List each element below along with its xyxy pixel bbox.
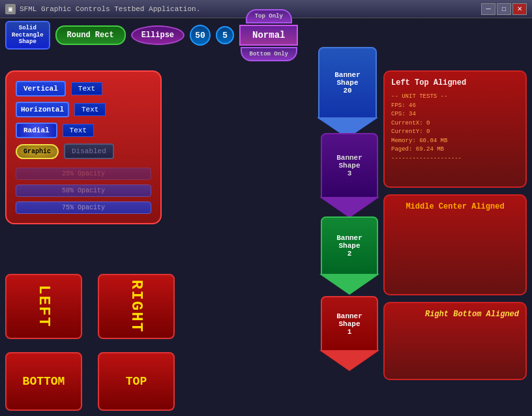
left-label: LEFT bbox=[35, 285, 53, 328]
opacity-25-button[interactable]: 25% Opacity bbox=[16, 168, 151, 180]
ellipse-button[interactable]: Ellipse bbox=[131, 25, 185, 45]
bottom-label: BOTTOM bbox=[23, 375, 65, 388]
title-bar-left: ▣ SFML Graphic Controls Testbed Applicat… bbox=[5, 4, 200, 14]
banner-shape-2: Banner Shape 2 bbox=[321, 216, 378, 295]
console-output: -- UNIT TESTS -- FPS: 46 CPS: 34 Current… bbox=[391, 93, 519, 163]
banner-shape-3-label: Banner Shape 3 bbox=[336, 154, 362, 177]
toolbar: SolidRectangleShape Round Rect Ellipse 5… bbox=[5, 23, 527, 47]
banner-shape-2-label: Banner Shape 2 bbox=[336, 234, 362, 258]
banner-shape-2-arrow bbox=[321, 275, 378, 295]
bottom-button[interactable]: BOTTOM bbox=[5, 352, 82, 411]
graphic-row: Graphic Disabled bbox=[16, 143, 151, 159]
text-label-1: Text bbox=[71, 82, 102, 95]
right-panel-mid-title: Middle Center Aligned bbox=[391, 202, 519, 211]
opacity-section: 25% Opacity 50% Opacity 75% Opacity bbox=[16, 167, 151, 214]
banner-shape-20: Banner Shape 20 bbox=[318, 47, 377, 138]
banner-shape-20-body: Banner Shape 20 bbox=[318, 47, 377, 119]
title-bar-title: SFML Graphic Controls Testbed Applicatio… bbox=[20, 5, 200, 13]
circle-50-button[interactable]: 50 bbox=[190, 25, 211, 46]
bottom-only-button[interactable]: Bottom Only bbox=[241, 47, 297, 61]
minimize-button[interactable]: ─ bbox=[481, 3, 495, 15]
banner-shape-2-body: Banner Shape 2 bbox=[321, 216, 378, 275]
top-only-button[interactable]: Top Only bbox=[246, 9, 292, 23]
opacity-50-button[interactable]: 50% Opacity bbox=[16, 185, 151, 197]
left-panel: Vertical Text Horizontal Text Radial Tex… bbox=[5, 70, 162, 224]
vertical-button[interactable]: Vertical bbox=[16, 81, 66, 97]
left-button[interactable]: LEFT bbox=[5, 274, 82, 339]
right-button[interactable]: RIGHT bbox=[98, 274, 175, 339]
banner-selector: Top Only Normal Bottom Only bbox=[239, 9, 298, 61]
title-bar-controls: ─ □ ✕ bbox=[481, 3, 527, 15]
banner-shape-1-label: Banner Shape 1 bbox=[336, 312, 362, 336]
disabled-button: Disabled bbox=[64, 143, 114, 159]
graphic-button[interactable]: Graphic bbox=[16, 144, 59, 159]
solid-rect-button[interactable]: SolidRectangleShape bbox=[5, 21, 50, 50]
right-label: RIGHT bbox=[128, 280, 145, 333]
horizontal-row: Horizontal Text bbox=[16, 102, 151, 117]
circle-5-button[interactable]: 5 bbox=[216, 26, 234, 44]
text-label-2: Text bbox=[74, 103, 106, 116]
radial-button[interactable]: Radial bbox=[16, 123, 57, 138]
opacity-75-button[interactable]: 75% Opacity bbox=[16, 201, 151, 214]
right-panel-top: Left Top Aligned -- UNIT TESTS -- FPS: 4… bbox=[383, 70, 527, 188]
normal-button[interactable]: Normal bbox=[239, 25, 298, 46]
banner-shape-20-label: Banner Shape 20 bbox=[334, 71, 361, 95]
top-label: TOP bbox=[126, 375, 147, 388]
top-button[interactable]: TOP bbox=[98, 352, 175, 411]
banner-shape-3: Banner Shape 3 bbox=[321, 133, 378, 218]
right-panel-mid: Middle Center Aligned bbox=[383, 194, 527, 295]
banner-shape-1-body: Banner Shape 1 bbox=[321, 296, 378, 351]
close-button[interactable]: ✕ bbox=[512, 3, 527, 15]
app-icon: ▣ bbox=[5, 4, 16, 14]
banner-shape-3-body: Banner Shape 3 bbox=[321, 133, 378, 198]
banner-shape-1: Banner Shape 1 bbox=[321, 296, 378, 371]
maximize-button[interactable]: □ bbox=[497, 3, 511, 15]
radial-row: Radial Text bbox=[16, 123, 151, 138]
horizontal-button[interactable]: Horizontal bbox=[16, 102, 69, 117]
round-rect-button[interactable]: Round Rect bbox=[55, 25, 126, 45]
vertical-row: Vertical Text bbox=[16, 81, 151, 97]
right-panel-top-title: Left Top Aligned bbox=[391, 78, 519, 87]
banner-shape-3-arrow bbox=[321, 198, 378, 218]
right-panel-bot: Right Bottom Aligned bbox=[383, 302, 527, 380]
banner-shape-1-arrow bbox=[321, 351, 378, 371]
right-panel-bot-title: Right Bottom Aligned bbox=[391, 310, 519, 319]
main-area: SolidRectangleShape Round Rect Ellipse 5… bbox=[0, 18, 532, 416]
corner-buttons: LEFT RIGHT BOTTOM TOP bbox=[5, 274, 175, 411]
text-label-3: Text bbox=[63, 124, 94, 137]
